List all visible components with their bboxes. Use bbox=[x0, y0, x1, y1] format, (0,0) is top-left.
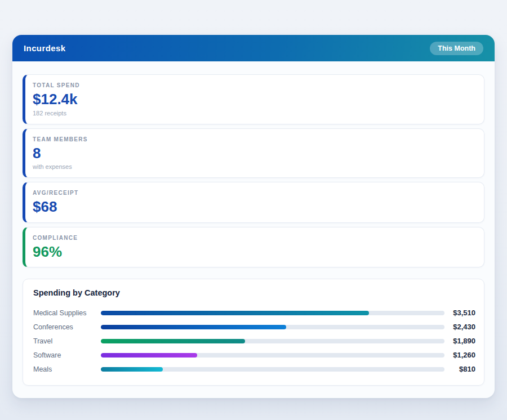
category-row-software: Software$1,260 bbox=[33, 348, 475, 362]
stat-subtext: with expenses bbox=[33, 163, 474, 170]
category-bar-fill bbox=[101, 353, 197, 358]
stat-card-team-members: TEAM MEMBERS8with expenses bbox=[23, 128, 484, 178]
stats-list: TOTAL SPEND$12.4k182 receiptsTEAM MEMBER… bbox=[23, 74, 484, 267]
category-bar-chart: Medical Supplies$3,510Conferences$2,430T… bbox=[33, 306, 475, 376]
category-label: Software bbox=[33, 351, 101, 359]
category-bar-track bbox=[101, 311, 444, 315]
category-label: Conferences bbox=[33, 323, 101, 331]
category-bar-fill bbox=[101, 339, 245, 343]
category-label: Travel bbox=[33, 337, 101, 345]
stat-value: $12.4k bbox=[33, 91, 474, 108]
category-bar-fill bbox=[101, 367, 163, 372]
category-value: $1,260 bbox=[444, 351, 475, 359]
stat-label: AVG/RECEIPT bbox=[33, 190, 474, 196]
category-bar-fill bbox=[101, 311, 369, 315]
category-label: Meals bbox=[33, 365, 101, 373]
stat-value: 8 bbox=[33, 145, 474, 162]
stat-subtext: 182 receipts bbox=[33, 110, 474, 117]
dashboard-content: TOTAL SPEND$12.4k182 receiptsTEAM MEMBER… bbox=[12, 61, 495, 398]
category-row-meals: Meals$810 bbox=[33, 362, 475, 376]
category-value: $3,510 bbox=[444, 309, 475, 317]
spending-panel-title: Spending by Category bbox=[33, 288, 475, 297]
category-label: Medical Supplies bbox=[33, 309, 101, 317]
app-title: Incurdesk bbox=[24, 43, 65, 53]
stat-card-total-spend: TOTAL SPEND$12.4k182 receipts bbox=[23, 74, 484, 124]
stat-value: 96% bbox=[33, 244, 474, 260]
stat-value: $68 bbox=[33, 199, 474, 215]
category-value: $2,430 bbox=[444, 323, 475, 331]
spending-panel: Spending by Category Medical Supplies$3,… bbox=[23, 279, 484, 386]
category-row-conferences: Conferences$2,430 bbox=[33, 320, 475, 334]
stat-card-avg-receipt: AVG/RECEIPT$68 bbox=[23, 182, 484, 223]
category-bar-track bbox=[101, 325, 444, 329]
stat-label: TEAM MEMBERS bbox=[33, 136, 474, 142]
category-value: $810 bbox=[444, 365, 475, 373]
stat-label: TOTAL SPEND bbox=[33, 82, 474, 88]
category-row-travel: Travel$1,890 bbox=[33, 334, 475, 348]
period-badge[interactable]: This Month bbox=[430, 42, 483, 55]
category-bar-track bbox=[101, 353, 444, 358]
app-container: Incurdesk This Month TOTAL SPEND$12.4k18… bbox=[12, 35, 495, 398]
category-row-medical-supplies: Medical Supplies$3,510 bbox=[33, 306, 475, 320]
category-value: $1,890 bbox=[444, 337, 475, 345]
category-bar-track bbox=[101, 339, 444, 343]
stat-card-compliance: COMPLIANCE96% bbox=[23, 227, 484, 268]
category-bar-track bbox=[101, 367, 444, 372]
app-header: Incurdesk This Month bbox=[12, 35, 495, 61]
category-bar-fill bbox=[101, 325, 286, 329]
stat-label: COMPLIANCE bbox=[33, 235, 474, 241]
